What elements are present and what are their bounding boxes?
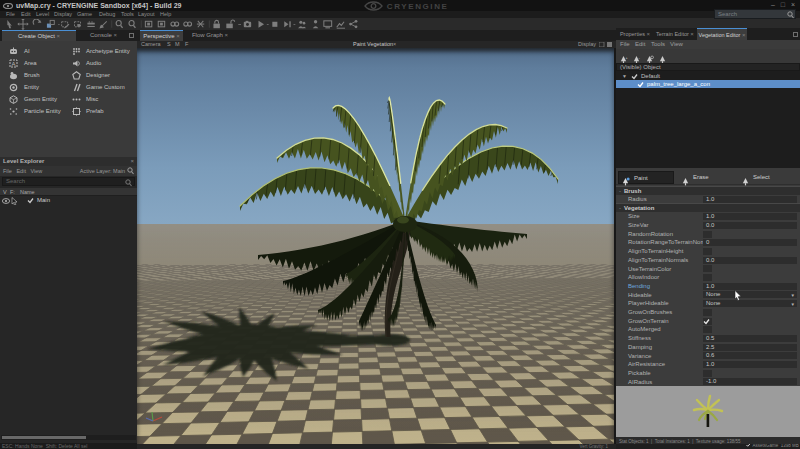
svg-text:A: A (12, 61, 16, 67)
svg-text:+: + (625, 56, 627, 60)
svg-text:-: - (638, 56, 640, 60)
